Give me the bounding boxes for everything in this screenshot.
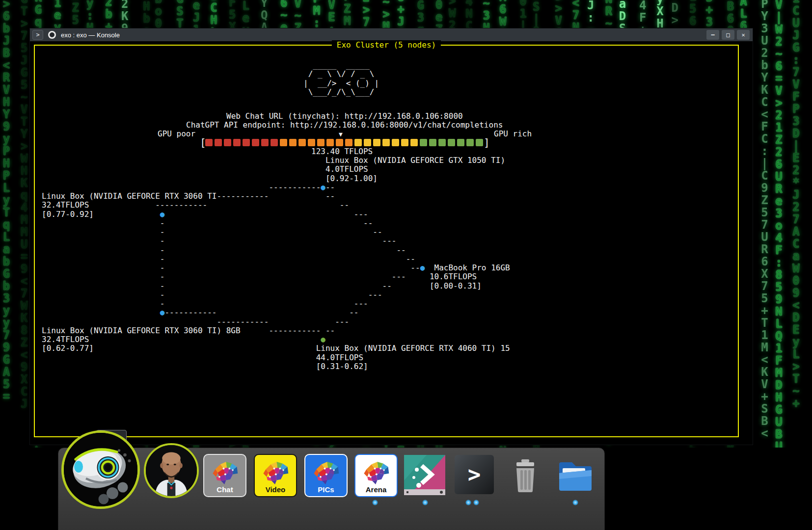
terminal-prompt-icon: > (32, 30, 43, 40)
brain-logo-icon (211, 458, 239, 488)
video-app-icon[interactable]: Video (254, 454, 297, 497)
trash-can-image (507, 456, 544, 494)
robot-head-image (64, 433, 137, 506)
close-button[interactable]: ✕ (737, 30, 750, 40)
window-title: exo : exo — Konsole (61, 31, 120, 39)
web-chat-url: Web Chat URL (tinychat): http://192.168.… (226, 112, 463, 121)
konsole-app-icon (48, 31, 56, 39)
gpu-meter-bar (205, 139, 483, 146)
cluster-position-marker: ▼ (339, 130, 343, 139)
running-indicator-konsole-1 (465, 500, 471, 505)
cluster-frame-title: Exo Cluster (5 nodes) (332, 40, 441, 50)
robot-avatar[interactable] (61, 430, 140, 509)
kdenlive-logo (404, 455, 445, 495)
pics-app-icon[interactable]: PICs (304, 454, 348, 497)
topology-diagram: Linux Box (NVIDIA GEFORCE GTX 1050 TI) 4… (42, 156, 510, 371)
man-avatar[interactable] (144, 443, 199, 498)
window-titlebar[interactable]: > exo : exo — Konsole – □ ✕ (30, 28, 753, 41)
minimize-button[interactable]: – (706, 30, 719, 40)
running-indicator-kdenlive (422, 500, 428, 505)
konsole-dock-icon[interactable]: > (455, 455, 494, 494)
api-endpoint: ChatGPT API endpoint: http://192.168.0.1… (186, 121, 503, 130)
man-portrait-image (146, 445, 197, 496)
brain-logo-icon (262, 458, 289, 488)
chat-app-label: Chat (217, 485, 233, 494)
terminal-body[interactable]: Exo Cluster (5 nodes) _____ _____ / _ \ … (30, 41, 753, 445)
gpu-poor-label: GPU poor (158, 130, 195, 138)
folder-image (556, 456, 595, 494)
file-manager-icon[interactable] (556, 456, 595, 496)
konsole-window: > exo : exo — Konsole – □ ✕ Exo Cluster … (29, 28, 753, 445)
brain-logo-icon (312, 458, 340, 488)
gpu-rich-label: GPU rich (494, 130, 532, 138)
maximize-button[interactable]: □ (722, 30, 734, 40)
brain-logo-icon (362, 458, 390, 488)
trash-icon[interactable] (507, 456, 544, 496)
exo-ascii-logo: _____ _____ / _ \ \/ / _ \ | __/> < (_) … (303, 61, 379, 97)
pics-app-label: PICs (318, 485, 334, 494)
meter-close-bracket: ] (484, 137, 490, 149)
arena-app-label: Arena (366, 485, 387, 494)
chat-app-icon[interactable]: Chat (203, 454, 246, 497)
running-indicator-files (572, 500, 578, 505)
video-app-label: Video (266, 485, 286, 494)
kdenlive-app-icon[interactable] (404, 455, 445, 495)
total-tflops-label: 123.40 TFLOPS (311, 147, 373, 156)
running-indicator-konsole-2 (473, 500, 479, 505)
arena-app-icon[interactable]: Arena (354, 454, 398, 497)
running-indicator-arena (372, 500, 378, 505)
desktop: { "window": { "title": "exo : exo — Kons… (0, 0, 812, 530)
